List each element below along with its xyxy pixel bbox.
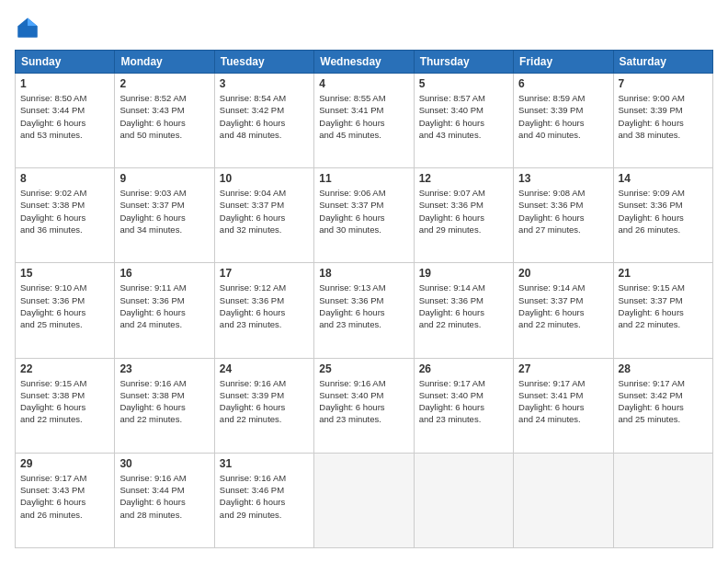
sunset-label: Sunset: 3:44 PM [20,105,85,115]
sunset-label: Sunset: 3:46 PM [220,485,284,495]
calendar-cell-day-12: 12 Sunrise: 9:07 AM Sunset: 3:36 PM Dayl… [414,168,513,263]
sunrise-label: Sunrise: 9:16 AM [319,378,385,388]
daylight-label: Daylight: 6 hours [518,402,584,412]
day-info: Sunrise: 9:16 AM Sunset: 3:38 PM Dayligh… [119,377,209,426]
daylight-label: Daylight: 6 hours [20,402,85,412]
daylight-label: Daylight: 6 hours [319,402,384,412]
daylight-label: Daylight: 6 hours [119,402,185,412]
daylight-label: Daylight: 6 hours [518,307,584,317]
sunrise-label: Sunrise: 9:12 AM [220,282,286,293]
calendar-cell-empty [414,453,513,547]
daylight-label: Daylight: 6 hours [419,213,484,223]
daylight-label: Daylight: 6 hours [319,213,384,223]
calendar-cell-day-23: 23 Sunrise: 9:16 AM Sunset: 3:38 PM Dayl… [115,358,214,453]
daylight-minutes: and 22 minutes. [119,414,182,424]
calendar-cell-day-31: 31 Sunrise: 9:16 AM Sunset: 3:46 PM Dayl… [214,453,313,547]
day-number: 26 [419,362,508,375]
sunrise-label: Sunrise: 9:03 AM [119,188,186,198]
daylight-minutes: and 23 minutes. [419,414,482,424]
day-info: Sunrise: 9:17 AM Sunset: 3:42 PM Dayligh… [619,377,708,426]
day-number: 5 [419,77,508,90]
sunset-label: Sunset: 3:36 PM [518,200,583,210]
sunrise-label: Sunrise: 9:06 AM [319,188,385,198]
day-number: 23 [119,362,209,375]
day-info: Sunrise: 8:52 AM Sunset: 3:43 PM Dayligh… [119,92,209,141]
calendar-cell-day-13: 13 Sunrise: 9:08 AM Sunset: 3:36 PM Dayl… [514,168,613,263]
day-number: 16 [119,267,209,280]
sunrise-label: Sunrise: 8:52 AM [119,93,186,103]
sunrise-label: Sunrise: 8:55 AM [319,93,385,103]
daylight-minutes: and 29 minutes. [220,510,282,520]
sunset-label: Sunset: 3:36 PM [619,200,683,210]
day-number: 22 [20,362,109,375]
calendar-cell-day-9: 9 Sunrise: 9:03 AM Sunset: 3:37 PM Dayli… [115,168,214,263]
daylight-label: Daylight: 6 hours [20,497,85,507]
daylight-minutes: and 48 minutes. [220,130,282,140]
daylight-minutes: and 24 minutes. [119,319,182,329]
calendar-cell-day-6: 6 Sunrise: 8:59 AM Sunset: 3:39 PM Dayli… [514,74,613,168]
calendar-cell-day-28: 28 Sunrise: 9:17 AM Sunset: 3:42 PM Dayl… [613,358,712,453]
calendar-cell-day-16: 16 Sunrise: 9:11 AM Sunset: 3:36 PM Dayl… [115,263,214,358]
sunrise-label: Sunrise: 9:07 AM [419,188,485,198]
daylight-minutes: and 23 minutes. [220,319,282,329]
sunrise-label: Sunrise: 9:09 AM [619,188,685,198]
day-number: 9 [119,172,209,185]
day-info: Sunrise: 9:00 AM Sunset: 3:39 PM Dayligh… [619,92,708,141]
day-info: Sunrise: 9:16 AM Sunset: 3:39 PM Dayligh… [220,377,309,426]
calendar-cell-day-14: 14 Sunrise: 9:09 AM Sunset: 3:36 PM Dayl… [613,168,712,263]
daylight-label: Daylight: 6 hours [20,307,85,317]
day-number: 29 [20,457,109,470]
sunset-label: Sunset: 3:38 PM [20,200,85,210]
sunset-label: Sunset: 3:36 PM [119,295,184,305]
sunrise-label: Sunrise: 9:15 AM [20,378,86,388]
day-number: 4 [319,77,408,90]
daylight-minutes: and 32 minutes. [220,224,282,235]
calendar-cell-day-22: 22 Sunrise: 9:15 AM Sunset: 3:38 PM Dayl… [16,358,115,453]
calendar-cell-day-27: 27 Sunrise: 9:17 AM Sunset: 3:41 PM Dayl… [514,358,613,453]
day-number: 21 [619,267,708,280]
calendar-cell-day-19: 19 Sunrise: 9:14 AM Sunset: 3:36 PM Dayl… [414,263,513,358]
sunrise-label: Sunrise: 9:16 AM [220,473,286,483]
daylight-label: Daylight: 6 hours [319,118,384,128]
weekday-header-row: SundayMondayTuesdayWednesdayThursdayFrid… [16,51,713,74]
day-number: 30 [119,457,209,470]
sunrise-label: Sunrise: 9:13 AM [319,282,385,293]
calendar-cell-day-20: 20 Sunrise: 9:14 AM Sunset: 3:37 PM Dayl… [514,263,613,358]
sunrise-label: Sunrise: 9:02 AM [20,188,86,198]
day-info: Sunrise: 9:07 AM Sunset: 3:36 PM Dayligh… [419,187,508,236]
calendar-cell-day-10: 10 Sunrise: 9:04 AM Sunset: 3:37 PM Dayl… [214,168,313,263]
calendar-cell-empty [613,453,712,547]
calendar-week-row: 22 Sunrise: 9:15 AM Sunset: 3:38 PM Dayl… [16,358,713,453]
daylight-minutes: and 23 minutes. [319,414,381,424]
day-number: 3 [220,77,309,90]
day-info: Sunrise: 9:17 AM Sunset: 3:40 PM Dayligh… [419,377,508,426]
sunrise-label: Sunrise: 9:04 AM [220,188,286,198]
sunset-label: Sunset: 3:36 PM [220,295,284,305]
daylight-label: Daylight: 6 hours [419,307,484,317]
daylight-label: Daylight: 6 hours [220,213,285,223]
daylight-minutes: and 22 minutes. [20,414,83,424]
weekday-header-sunday: Sunday [16,51,115,74]
sunset-label: Sunset: 3:38 PM [119,390,184,400]
day-info: Sunrise: 9:15 AM Sunset: 3:37 PM Dayligh… [619,282,708,330]
day-number: 25 [319,362,408,375]
day-number: 8 [20,172,109,185]
logo-icon [15,15,40,40]
day-info: Sunrise: 9:15 AM Sunset: 3:38 PM Dayligh… [20,377,109,426]
sunrise-label: Sunrise: 9:15 AM [619,282,685,293]
sunset-label: Sunset: 3:37 PM [619,295,683,305]
calendar-cell-day-26: 26 Sunrise: 9:17 AM Sunset: 3:40 PM Dayl… [414,358,513,453]
day-info: Sunrise: 9:02 AM Sunset: 3:38 PM Dayligh… [20,187,109,236]
calendar-cell-day-24: 24 Sunrise: 9:16 AM Sunset: 3:39 PM Dayl… [214,358,313,453]
sunrise-label: Sunrise: 9:17 AM [419,378,485,388]
daylight-label: Daylight: 6 hours [220,497,285,507]
day-info: Sunrise: 8:59 AM Sunset: 3:39 PM Dayligh… [518,92,608,141]
page: SundayMondayTuesdayWednesdayThursdayFrid… [0,0,728,563]
daylight-label: Daylight: 6 hours [518,213,584,223]
sunset-label: Sunset: 3:42 PM [220,105,284,115]
calendar-week-row: 29 Sunrise: 9:17 AM Sunset: 3:43 PM Dayl… [16,453,713,547]
daylight-label: Daylight: 6 hours [619,118,684,128]
daylight-label: Daylight: 6 hours [619,402,684,412]
weekday-header-wednesday: Wednesday [314,51,414,74]
sunset-label: Sunset: 3:43 PM [20,485,85,495]
